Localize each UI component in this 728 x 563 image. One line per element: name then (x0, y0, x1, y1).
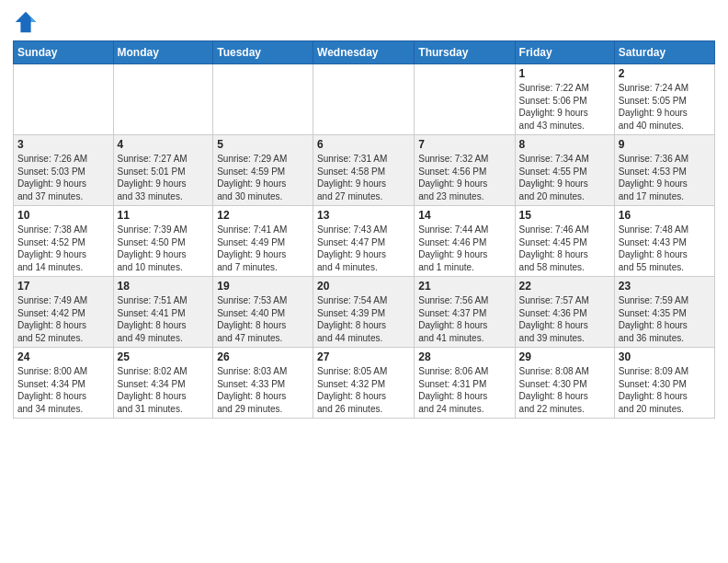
day-info: Sunrise: 8:05 AM Sunset: 4:32 PM Dayligh… (317, 365, 410, 415)
calendar-cell: 16Sunrise: 7:48 AM Sunset: 4:43 PM Dayli… (614, 206, 714, 277)
day-number: 15 (519, 209, 610, 222)
calendar-cell: 27Sunrise: 8:05 AM Sunset: 4:32 PM Dayli… (313, 348, 415, 419)
day-info: Sunrise: 7:56 AM Sunset: 4:37 PM Dayligh… (418, 294, 510, 344)
calendar-cell: 25Sunrise: 8:02 AM Sunset: 4:34 PM Dayli… (113, 348, 213, 419)
day-info: Sunrise: 7:24 AM Sunset: 5:05 PM Dayligh… (619, 82, 711, 132)
calendar-cell: 10Sunrise: 7:38 AM Sunset: 4:52 PM Dayli… (14, 206, 114, 277)
calendar-cell: 17Sunrise: 7:49 AM Sunset: 4:42 PM Dayli… (14, 277, 114, 348)
calendar-cell: 15Sunrise: 7:46 AM Sunset: 4:45 PM Dayli… (515, 206, 614, 277)
day-number: 16 (619, 209, 711, 222)
calendar-cell: 30Sunrise: 8:09 AM Sunset: 4:30 PM Dayli… (614, 348, 714, 419)
calendar-cell: 11Sunrise: 7:39 AM Sunset: 4:50 PM Dayli… (113, 206, 213, 277)
calendar-cell: 23Sunrise: 7:59 AM Sunset: 4:35 PM Dayli… (614, 277, 714, 348)
weekday-friday: Friday (515, 41, 614, 64)
weekday-sunday: Sunday (14, 41, 114, 64)
day-number: 29 (519, 350, 610, 363)
day-info: Sunrise: 7:53 AM Sunset: 4:40 PM Dayligh… (217, 294, 309, 344)
weekday-thursday: Thursday (415, 41, 515, 64)
day-info: Sunrise: 7:57 AM Sunset: 4:36 PM Dayligh… (519, 294, 610, 344)
day-number: 25 (118, 350, 210, 363)
calendar-row-1: 3Sunrise: 7:26 AM Sunset: 5:03 PM Daylig… (14, 135, 715, 206)
header (13, 9, 715, 35)
day-number: 14 (418, 209, 510, 222)
calendar-cell: 7Sunrise: 7:32 AM Sunset: 4:56 PM Daylig… (415, 135, 515, 206)
day-number: 19 (217, 280, 309, 293)
day-number: 27 (317, 350, 410, 363)
calendar-cell: 20Sunrise: 7:54 AM Sunset: 4:39 PM Dayli… (313, 277, 415, 348)
calendar-cell: 28Sunrise: 8:06 AM Sunset: 4:31 PM Dayli… (415, 348, 515, 419)
calendar-cell: 2Sunrise: 7:24 AM Sunset: 5:05 PM Daylig… (614, 64, 714, 135)
calendar-cell (113, 64, 213, 135)
day-number: 10 (17, 209, 109, 222)
calendar-cell: 5Sunrise: 7:29 AM Sunset: 4:59 PM Daylig… (213, 135, 313, 206)
calendar-cell: 4Sunrise: 7:27 AM Sunset: 5:01 PM Daylig… (113, 135, 213, 206)
weekday-saturday: Saturday (614, 41, 714, 64)
day-info: Sunrise: 7:43 AM Sunset: 4:47 PM Dayligh… (317, 224, 410, 273)
page: SundayMondayTuesdayWednesdayThursdayFrid… (0, 0, 728, 563)
calendar-cell: 21Sunrise: 7:56 AM Sunset: 4:37 PM Dayli… (415, 277, 515, 348)
weekday-header-row: SundayMondayTuesdayWednesdayThursdayFrid… (14, 41, 715, 64)
calendar-cell: 12Sunrise: 7:41 AM Sunset: 4:49 PM Dayli… (213, 206, 313, 277)
calendar-cell: 14Sunrise: 7:44 AM Sunset: 4:46 PM Dayli… (415, 206, 515, 277)
calendar-cell: 6Sunrise: 7:31 AM Sunset: 4:58 PM Daylig… (313, 135, 415, 206)
calendar-cell: 26Sunrise: 8:03 AM Sunset: 4:33 PM Dayli… (213, 348, 313, 419)
day-info: Sunrise: 7:36 AM Sunset: 4:53 PM Dayligh… (619, 153, 711, 202)
day-info: Sunrise: 7:38 AM Sunset: 4:52 PM Dayligh… (17, 224, 109, 273)
calendar-cell: 29Sunrise: 8:08 AM Sunset: 4:30 PM Dayli… (515, 348, 614, 419)
day-number: 22 (519, 280, 610, 293)
calendar-cell (213, 64, 313, 135)
weekday-wednesday: Wednesday (313, 41, 415, 64)
calendar-cell: 1Sunrise: 7:22 AM Sunset: 5:06 PM Daylig… (515, 64, 614, 135)
day-info: Sunrise: 7:34 AM Sunset: 4:55 PM Dayligh… (519, 153, 610, 202)
day-info: Sunrise: 7:51 AM Sunset: 4:41 PM Dayligh… (118, 294, 210, 344)
day-number: 26 (217, 350, 309, 363)
day-number: 8 (519, 138, 610, 151)
day-info: Sunrise: 7:41 AM Sunset: 4:49 PM Dayligh… (217, 224, 309, 273)
logo (13, 9, 42, 35)
day-info: Sunrise: 7:39 AM Sunset: 4:50 PM Dayligh… (118, 224, 210, 273)
day-info: Sunrise: 8:09 AM Sunset: 4:30 PM Dayligh… (619, 365, 711, 415)
day-info: Sunrise: 7:44 AM Sunset: 4:46 PM Dayligh… (418, 224, 510, 273)
day-number: 23 (619, 280, 711, 293)
calendar-cell (14, 64, 114, 135)
day-number: 9 (619, 138, 711, 151)
calendar: SundayMondayTuesdayWednesdayThursdayFrid… (13, 40, 715, 419)
day-number: 2 (619, 67, 711, 80)
calendar-cell: 22Sunrise: 7:57 AM Sunset: 4:36 PM Dayli… (515, 277, 614, 348)
day-info: Sunrise: 7:32 AM Sunset: 4:56 PM Dayligh… (418, 153, 510, 202)
calendar-cell: 13Sunrise: 7:43 AM Sunset: 4:47 PM Dayli… (313, 206, 415, 277)
day-number: 28 (418, 350, 510, 363)
day-info: Sunrise: 8:08 AM Sunset: 4:30 PM Dayligh… (519, 365, 610, 415)
day-number: 4 (118, 138, 210, 151)
day-number: 11 (118, 209, 210, 222)
calendar-cell (313, 64, 415, 135)
day-info: Sunrise: 8:00 AM Sunset: 4:34 PM Dayligh… (17, 365, 109, 415)
day-number: 20 (317, 280, 410, 293)
calendar-cell: 19Sunrise: 7:53 AM Sunset: 4:40 PM Dayli… (213, 277, 313, 348)
day-number: 18 (118, 280, 210, 293)
day-info: Sunrise: 7:46 AM Sunset: 4:45 PM Dayligh… (519, 224, 610, 273)
day-info: Sunrise: 7:54 AM Sunset: 4:39 PM Dayligh… (317, 294, 410, 344)
day-number: 30 (619, 350, 711, 363)
day-info: Sunrise: 7:48 AM Sunset: 4:43 PM Dayligh… (619, 224, 711, 273)
calendar-cell: 24Sunrise: 8:00 AM Sunset: 4:34 PM Dayli… (14, 348, 114, 419)
day-number: 5 (217, 138, 309, 151)
day-info: Sunrise: 7:26 AM Sunset: 5:03 PM Dayligh… (17, 153, 109, 202)
day-info: Sunrise: 7:27 AM Sunset: 5:01 PM Dayligh… (118, 153, 210, 202)
calendar-cell: 3Sunrise: 7:26 AM Sunset: 5:03 PM Daylig… (14, 135, 114, 206)
day-info: Sunrise: 7:59 AM Sunset: 4:35 PM Dayligh… (619, 294, 711, 344)
day-number: 24 (17, 350, 109, 363)
day-info: Sunrise: 8:03 AM Sunset: 4:33 PM Dayligh… (217, 365, 309, 415)
day-info: Sunrise: 7:29 AM Sunset: 4:59 PM Dayligh… (217, 153, 309, 202)
day-number: 17 (17, 280, 109, 293)
day-number: 3 (17, 138, 109, 151)
calendar-cell: 9Sunrise: 7:36 AM Sunset: 4:53 PM Daylig… (614, 135, 714, 206)
weekday-tuesday: Tuesday (213, 41, 313, 64)
day-number: 6 (317, 138, 410, 151)
day-info: Sunrise: 7:49 AM Sunset: 4:42 PM Dayligh… (17, 294, 109, 344)
day-number: 12 (217, 209, 309, 222)
calendar-row-0: 1Sunrise: 7:22 AM Sunset: 5:06 PM Daylig… (14, 64, 715, 135)
calendar-cell: 18Sunrise: 7:51 AM Sunset: 4:41 PM Dayli… (113, 277, 213, 348)
calendar-row-2: 10Sunrise: 7:38 AM Sunset: 4:52 PM Dayli… (14, 206, 715, 277)
day-info: Sunrise: 7:31 AM Sunset: 4:58 PM Dayligh… (317, 153, 410, 202)
